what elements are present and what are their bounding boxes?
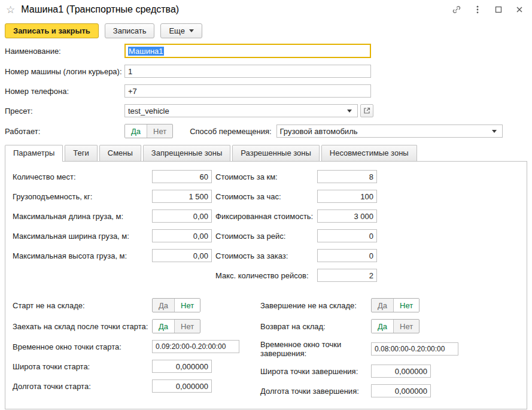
return-to-depot-label: Возврат на склад: xyxy=(260,322,371,331)
seats-input[interactable] xyxy=(152,170,212,183)
start-window-label: Временное окно точки старта: xyxy=(13,342,152,351)
max-height-label: Максимальная высота груза, м: xyxy=(13,251,152,260)
max-length-input[interactable] xyxy=(152,209,212,223)
maximize-icon[interactable] xyxy=(493,4,504,15)
max-trips-row: Макс. количество рейсов: xyxy=(215,269,377,282)
tab-strip: Параметры Теги Смены Запрещенные зоны Ра… xyxy=(5,145,527,161)
tab-tags[interactable]: Теги xyxy=(65,145,97,161)
preset-label: Пресет: xyxy=(5,107,124,116)
finish-lon-label: Долгота точки завершения: xyxy=(260,387,371,396)
kebab-menu-icon[interactable] xyxy=(472,4,483,15)
form-toolbar: Записать и закрыть Записать Еще xyxy=(0,19,532,44)
start-window-row: Временное окно точки старта: xyxy=(13,340,260,353)
tab-shifts[interactable]: Смены xyxy=(99,145,141,161)
cost-km-input[interactable] xyxy=(317,170,377,183)
works-row: Работает: Да Нет Способ перемещения: Гру… xyxy=(5,124,527,138)
cost-km-label: Стоимость за км: xyxy=(215,172,317,181)
seats-row: Количество мест: xyxy=(13,170,215,183)
return-to-depot-yes[interactable]: Да xyxy=(372,320,393,333)
finish-lat-input[interactable] xyxy=(371,365,431,378)
capacity-input[interactable] xyxy=(152,190,212,203)
works-toggle-no[interactable]: Нет xyxy=(147,124,172,138)
start-lat-input[interactable] xyxy=(152,360,212,373)
max-trips-input[interactable] xyxy=(317,269,377,282)
movement-label: Способ перемещения: xyxy=(190,127,271,136)
finish-lat-label: Широта точки завершения: xyxy=(260,367,371,376)
cost-order-input[interactable] xyxy=(317,249,377,262)
max-width-input[interactable] xyxy=(152,229,212,242)
tab-forbidden-zones[interactable]: Запрещенные зоны xyxy=(143,145,230,161)
finish-not-depot-no[interactable]: Нет xyxy=(393,299,419,312)
finish-lon-input[interactable] xyxy=(371,384,431,397)
finish-not-depot-row: Завершение не на складе: Да Нет xyxy=(260,298,458,312)
name-label: Наименование: xyxy=(5,47,124,56)
start-not-depot-no[interactable]: Нет xyxy=(174,299,200,312)
fixed-cost-input[interactable] xyxy=(317,209,377,223)
return-to-depot-toggle[interactable]: Да Нет xyxy=(371,319,419,333)
preset-open-button[interactable] xyxy=(360,104,373,117)
visit-depot-after-start-label: Заехать на склад после точки старта: xyxy=(13,322,152,331)
start-lon-input[interactable] xyxy=(152,379,212,393)
tab-allowed-zones[interactable]: Разрешенные зоны xyxy=(232,145,320,161)
parameters-panel: Количество мест: Грузоподъемность, кг: М… xyxy=(5,161,527,409)
finish-not-depot-toggle[interactable]: Да Нет xyxy=(371,298,419,312)
cost-km-row: Стоимость за км: xyxy=(215,170,377,183)
start-column: Старт не на складе: Да Нет Заехать на ск… xyxy=(13,298,260,404)
visit-depot-after-start-no[interactable]: Нет xyxy=(174,320,200,333)
visit-depot-after-start-row: Заехать на склад после точки старта: Да … xyxy=(13,319,260,333)
chevron-down-icon[interactable] xyxy=(345,105,354,117)
preset-value: test_vehicle xyxy=(128,107,345,116)
max-height-row: Максимальная высота груза, м: xyxy=(13,249,215,262)
start-not-depot-label: Старт не на складе: xyxy=(13,301,152,310)
cost-hour-input[interactable] xyxy=(317,190,377,203)
name-row: Наименование: Машина1 xyxy=(5,44,527,58)
finish-not-depot-yes[interactable]: Да xyxy=(372,299,393,312)
save-button[interactable]: Записать xyxy=(105,23,155,38)
start-lat-row: Широта точки старта: xyxy=(13,360,260,373)
save-and-close-button[interactable]: Записать и закрыть xyxy=(5,23,99,38)
chevron-down-icon[interactable] xyxy=(490,125,499,137)
max-length-row: Максимальная длина груза, м: xyxy=(13,209,215,223)
link-icon[interactable] xyxy=(451,4,462,15)
phone-row: Номер телефона: xyxy=(5,84,527,98)
works-toggle-yes[interactable]: Да xyxy=(125,124,147,138)
movement-value: Грузовой автомобиль xyxy=(280,127,490,136)
name-value-selected: Машина1 xyxy=(128,47,164,56)
phone-input[interactable] xyxy=(124,84,371,98)
max-trips-label: Макс. количество рейсов: xyxy=(215,271,317,280)
start-not-depot-yes[interactable]: Да xyxy=(153,299,174,312)
params-left-column: Количество мест: Грузоподъемность, кг: М… xyxy=(13,170,215,288)
tab-incompatible-zones[interactable]: Несовместимые зоны xyxy=(321,145,417,161)
visit-depot-after-start-toggle[interactable]: Да Нет xyxy=(152,319,200,333)
close-icon[interactable] xyxy=(514,4,525,15)
works-label: Работает: xyxy=(5,127,124,136)
finish-lat-row: Широта точки завершения: xyxy=(260,365,458,378)
start-lon-row: Долгота точки старта: xyxy=(13,379,260,393)
name-input[interactable]: Машина1 xyxy=(124,44,371,58)
return-to-depot-no[interactable]: Нет xyxy=(393,320,419,333)
more-button[interactable]: Еще xyxy=(160,23,202,38)
preset-row: Пресет: test_vehicle xyxy=(5,104,527,117)
start-lat-label: Широта точки старта: xyxy=(13,362,152,371)
favorite-star-icon[interactable]: ☆ xyxy=(6,5,15,15)
params-right-column: Стоимость за км: Стоимость за час: Фикси… xyxy=(215,170,377,288)
fixed-cost-label: Фиксированная стоимость: xyxy=(215,212,317,221)
caret-down-icon xyxy=(189,29,194,32)
login-input[interactable] xyxy=(124,65,371,78)
visit-depot-after-start-yes[interactable]: Да xyxy=(153,320,174,333)
start-window-input[interactable] xyxy=(152,340,239,353)
cost-trip-input[interactable] xyxy=(317,229,377,242)
max-length-label: Максимальная длина груза, м: xyxy=(13,212,152,221)
finish-window-row: Временное окно точки завершения: xyxy=(260,340,458,358)
finish-not-depot-label: Завершение не на складе: xyxy=(260,301,371,310)
start-not-depot-row: Старт не на складе: Да Нет xyxy=(13,298,260,312)
works-toggle[interactable]: Да Нет xyxy=(124,124,173,138)
finish-window-input[interactable] xyxy=(371,342,458,356)
movement-combobox[interactable]: Грузовой автомобиль xyxy=(276,124,503,138)
max-height-input[interactable] xyxy=(152,249,212,262)
tab-parameters[interactable]: Параметры xyxy=(5,145,63,162)
window-titlebar: ☆ Машина1 (Транспортные средства) xyxy=(0,0,532,19)
capacity-row: Грузоподъемность, кг: xyxy=(13,190,215,203)
preset-combobox[interactable]: test_vehicle xyxy=(124,104,358,117)
start-not-depot-toggle[interactable]: Да Нет xyxy=(152,298,200,312)
